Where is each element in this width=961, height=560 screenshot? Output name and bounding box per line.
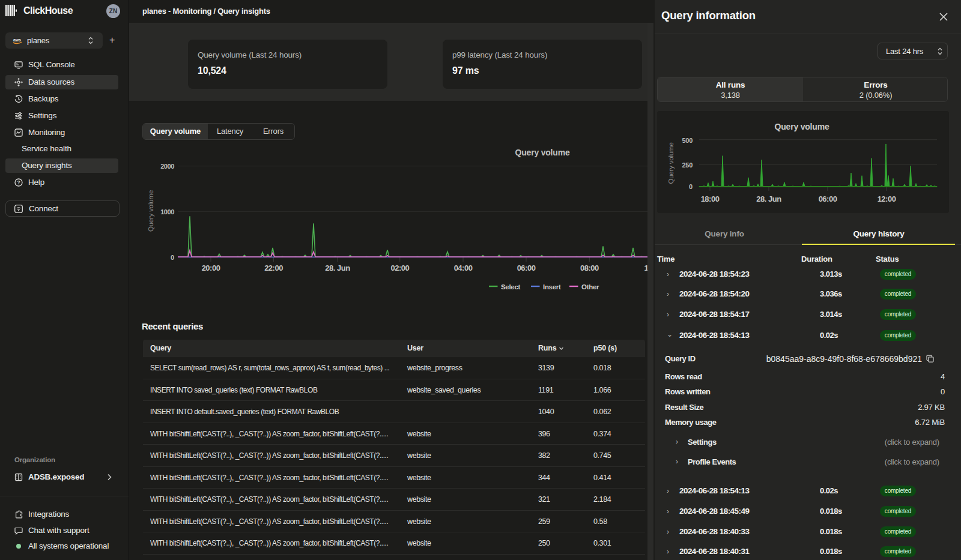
- svg-text:28. Jun: 28. Jun: [325, 263, 350, 272]
- svg-text:08:00: 08:00: [580, 263, 599, 272]
- svg-text:aws: aws: [13, 38, 21, 42]
- svg-text:06:00: 06:00: [819, 194, 837, 203]
- svg-text:Query volume: Query volume: [147, 190, 154, 232]
- svg-text:02:00: 02:00: [390, 263, 409, 272]
- svg-text:0: 0: [171, 254, 174, 261]
- svg-text:22:00: 22:00: [264, 263, 283, 272]
- svg-text:Query volume: Query volume: [775, 122, 829, 131]
- svg-text:12:00: 12:00: [878, 194, 896, 203]
- svg-text:Query volume: Query volume: [667, 142, 675, 184]
- svg-text:2000: 2000: [160, 163, 174, 170]
- svg-text:0: 0: [689, 183, 693, 190]
- svg-text:18:00: 18:00: [701, 194, 720, 203]
- svg-text:250: 250: [682, 161, 693, 169]
- svg-text:06:00: 06:00: [517, 263, 536, 272]
- svg-text:Select: Select: [501, 283, 521, 291]
- svg-text:1000: 1000: [160, 208, 174, 215]
- svg-text:28. Jun: 28. Jun: [756, 194, 781, 203]
- svg-text:Query volume: Query volume: [515, 148, 570, 157]
- svg-text:?: ?: [17, 179, 20, 185]
- svg-text:500: 500: [682, 137, 693, 144]
- svg-text:04:00: 04:00: [454, 263, 473, 272]
- svg-text:Insert: Insert: [543, 283, 561, 291]
- svg-text:20:00: 20:00: [202, 263, 220, 272]
- svg-text:Other: Other: [581, 283, 599, 291]
